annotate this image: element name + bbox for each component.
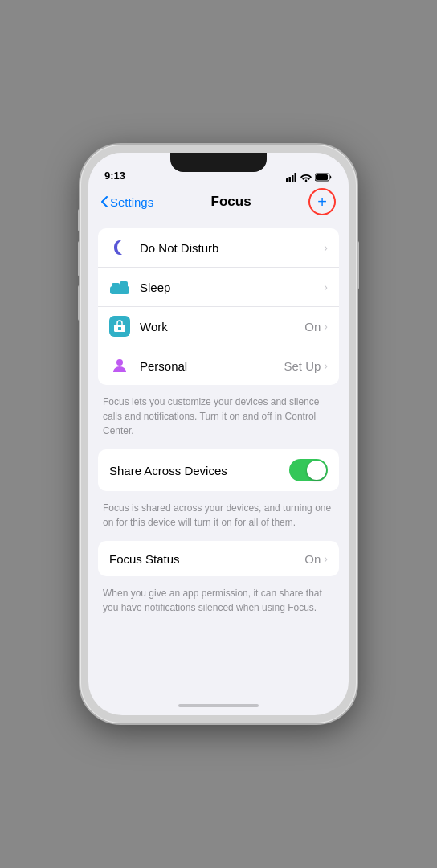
personal-icon <box>110 356 129 375</box>
sleep-chevron: › <box>324 280 328 293</box>
focus-status-item[interactable]: Focus Status On › <box>98 541 339 576</box>
personal-value: Set Up <box>284 359 321 373</box>
sleep-icon <box>110 280 129 294</box>
add-focus-button[interactable]: + <box>308 188 336 215</box>
home-bar <box>178 704 259 707</box>
focus-status-chevron: › <box>324 552 328 565</box>
personal-item[interactable]: Personal Set Up › <box>98 346 339 385</box>
work-icon-container <box>109 316 130 337</box>
svg-rect-7 <box>112 283 120 289</box>
share-across-devices-row: Share Across Devices <box>98 449 339 491</box>
work-value: On <box>304 320 321 334</box>
moon-icon <box>111 239 129 256</box>
share-across-devices-label: Share Across Devices <box>109 464 289 477</box>
signal-icon <box>286 173 297 182</box>
svg-point-11 <box>116 359 123 366</box>
navigation-bar: Settings Focus + <box>88 185 349 222</box>
work-icon <box>113 320 126 333</box>
volume-down-button[interactable] <box>78 285 80 321</box>
svg-rect-10 <box>118 327 121 330</box>
back-button[interactable]: Settings <box>101 195 153 209</box>
focus-status-group: Focus Status On › <box>98 541 339 576</box>
focus-description: Focus lets you customize your devices an… <box>88 390 349 449</box>
scroll-content: Do Not Disturb › Sleep › <box>88 222 349 696</box>
personal-icon-container <box>109 355 130 376</box>
svg-rect-2 <box>292 175 294 182</box>
svg-rect-3 <box>295 173 297 182</box>
share-across-devices-toggle[interactable] <box>289 459 328 481</box>
do-not-disturb-chevron: › <box>324 241 328 254</box>
focus-status-description: When you give an app permission, it can … <box>88 581 349 626</box>
home-indicator <box>88 696 349 715</box>
svg-rect-1 <box>289 177 292 182</box>
notch <box>170 153 267 172</box>
focus-status-value: On <box>304 552 321 566</box>
battery-icon <box>315 173 333 182</box>
wifi-icon <box>300 173 312 182</box>
status-time: 9:13 <box>104 170 125 182</box>
page-title: Focus <box>211 194 251 210</box>
focus-list: Do Not Disturb › Sleep › <box>98 228 339 385</box>
add-icon: + <box>317 194 327 210</box>
sleep-icon-container <box>109 276 130 297</box>
sleep-item[interactable]: Sleep › <box>98 268 339 307</box>
personal-label: Personal <box>140 359 284 373</box>
share-across-devices-group: Share Across Devices <box>98 449 339 491</box>
sleep-label: Sleep <box>140 280 324 294</box>
phone-screen: 9:13 <box>88 153 349 715</box>
back-chevron-icon <box>101 196 108 207</box>
focus-status-label: Focus Status <box>109 552 304 566</box>
svg-rect-8 <box>120 281 128 289</box>
power-button[interactable] <box>357 241 359 289</box>
mute-button[interactable] <box>78 209 80 231</box>
svg-rect-5 <box>316 174 328 180</box>
do-not-disturb-label: Do Not Disturb <box>140 241 324 255</box>
volume-up-button[interactable] <box>78 241 80 276</box>
share-description: Focus is shared across your devices, and… <box>88 496 349 541</box>
phone-frame: 9:13 <box>80 145 357 723</box>
work-label: Work <box>140 320 304 334</box>
do-not-disturb-icon <box>109 237 130 258</box>
svg-rect-0 <box>286 178 288 182</box>
do-not-disturb-item[interactable]: Do Not Disturb › <box>98 228 339 268</box>
work-item[interactable]: Work On › <box>98 307 339 346</box>
status-icons <box>286 173 333 182</box>
back-label: Settings <box>110 195 153 209</box>
work-chevron: › <box>324 320 328 333</box>
personal-chevron: › <box>324 359 328 372</box>
